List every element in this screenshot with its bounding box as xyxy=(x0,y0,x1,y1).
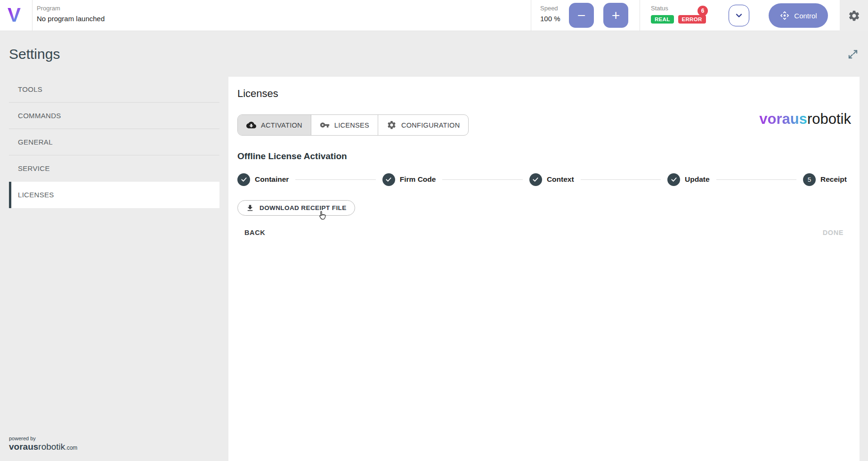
footer-brand-voraus: voraus xyxy=(9,442,38,452)
speed-value: 100 % xyxy=(540,14,560,24)
speed-label: Speed xyxy=(540,4,560,13)
control-button-label: Control xyxy=(794,12,817,20)
download-receipt-button[interactable]: DOWNLOAD RECEIPT FILE xyxy=(237,200,355,216)
voraus-robotik-logo: vorausrobotik xyxy=(759,111,851,128)
status-block: Status REAL ERROR xyxy=(651,4,706,24)
divider xyxy=(640,0,640,31)
check-icon xyxy=(532,176,539,183)
step-number: 5 xyxy=(808,176,811,183)
tab-activation[interactable]: ACTIVATION xyxy=(238,115,311,135)
key-icon xyxy=(320,120,330,130)
status-badge-error: ERROR xyxy=(678,15,706,24)
speed-block: Speed 100 % xyxy=(540,4,560,24)
step-label: Firm Code xyxy=(400,175,436,184)
sidebar-item-service[interactable]: SERVICE xyxy=(9,155,219,182)
step-label: Context xyxy=(547,175,574,184)
divider xyxy=(32,0,32,31)
program-value: No program launched xyxy=(37,14,105,24)
settings-sidebar: TOOLS COMMANDS GENERAL SERVICE LICENSES xyxy=(9,76,219,208)
status-expand-button[interactable] xyxy=(729,5,749,26)
step-context: Context xyxy=(529,173,574,186)
tab-configuration[interactable]: CONFIGURATION xyxy=(378,115,468,135)
footer-brand-robotik: robotik xyxy=(38,442,65,452)
step-update: Update xyxy=(667,173,710,186)
cloud-download-icon xyxy=(246,120,256,130)
step-circle-completed xyxy=(237,173,250,186)
tab-activation-label: ACTIVATION xyxy=(261,121,302,129)
done-button-disabled[interactable]: DONE xyxy=(823,229,844,236)
control-button[interactable]: Control xyxy=(769,3,828,28)
back-button[interactable]: BACK xyxy=(244,229,265,236)
sidebar-item-tools[interactable]: TOOLS xyxy=(9,76,219,103)
licenses-panel: Licenses vorausrobotik ACTIVATION LICENS… xyxy=(228,77,860,461)
check-icon xyxy=(385,176,392,183)
topbar-corner xyxy=(840,0,868,31)
step-label: Update xyxy=(685,175,710,184)
control-icon xyxy=(779,10,790,21)
step-connector xyxy=(295,179,375,180)
divider xyxy=(531,0,531,31)
download-icon xyxy=(246,204,254,212)
panel-title: Licenses xyxy=(237,88,278,100)
program-label: Program xyxy=(37,4,105,13)
step-circle-completed xyxy=(667,173,680,186)
check-icon xyxy=(670,176,678,183)
powered-by-footer: powered by vorausrobotik.com xyxy=(9,436,77,453)
step-connector xyxy=(442,179,522,180)
tab-configuration-label: CONFIGURATION xyxy=(401,121,460,129)
status-badge-real: REAL xyxy=(651,15,674,24)
brand-voraus: voraus xyxy=(759,111,807,127)
step-firm-code: Firm Code xyxy=(382,173,436,186)
minus-icon: − xyxy=(577,8,586,24)
step-label: Receipt xyxy=(820,175,847,184)
speed-increase-button[interactable]: + xyxy=(603,3,628,28)
fullscreen-expand-button[interactable] xyxy=(847,48,859,60)
brand-robotik: robotik xyxy=(807,111,851,127)
speed-decrease-button[interactable]: − xyxy=(569,3,594,28)
page-title: Settings xyxy=(9,46,60,62)
sidebar-item-commands[interactable]: COMMANDS xyxy=(9,103,219,129)
voraus-logo: V xyxy=(8,3,21,27)
sidebar-item-general[interactable]: GENERAL xyxy=(9,129,219,155)
error-count-badge: 6 xyxy=(698,6,708,16)
stepper-nav-row: BACK DONE xyxy=(244,227,844,238)
section-title: Offline License Activation xyxy=(237,151,347,162)
step-container: Container xyxy=(237,173,289,186)
status-badges: REAL ERROR xyxy=(651,15,706,24)
activation-stepper: Container Firm Code Context Update 5 xyxy=(237,172,847,186)
tab-licenses[interactable]: LICENSES xyxy=(311,115,378,135)
step-label: Container xyxy=(255,175,289,184)
expand-icon xyxy=(847,48,859,60)
sidebar-item-licenses[interactable]: LICENSES xyxy=(9,182,219,208)
footer-brand-domain: .com xyxy=(65,445,77,451)
step-connector xyxy=(581,179,661,180)
plus-icon: + xyxy=(612,8,620,24)
download-receipt-label: DOWNLOAD RECEIPT FILE xyxy=(260,204,347,211)
gear-icon xyxy=(387,120,397,130)
footer-brand-logo: vorausrobotik.com xyxy=(9,442,77,453)
gear-icon[interactable] xyxy=(848,9,860,22)
top-bar: V Program No program launched Speed 100 … xyxy=(0,0,868,31)
step-receipt: 5 Receipt xyxy=(803,173,847,186)
chevron-down-icon xyxy=(733,9,745,22)
step-circle-active: 5 xyxy=(803,173,816,186)
powered-by-text: powered by xyxy=(9,436,77,442)
step-circle-completed xyxy=(382,173,395,186)
tab-licenses-label: LICENSES xyxy=(334,121,369,129)
step-connector xyxy=(716,179,796,180)
program-status-block: Program No program launched xyxy=(37,4,105,24)
step-circle-completed xyxy=(529,173,542,186)
license-tabs: ACTIVATION LICENSES CONFIGURATION xyxy=(237,114,469,136)
check-icon xyxy=(240,176,248,183)
